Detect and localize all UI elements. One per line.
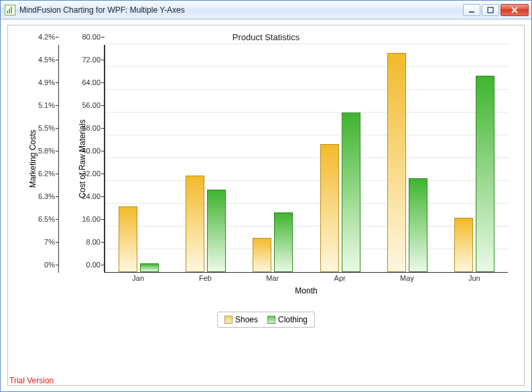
swatch-shoes-icon	[224, 316, 232, 324]
swatch-clothing-icon	[267, 316, 275, 324]
window-controls	[463, 4, 529, 16]
trial-label: Trial Version	[9, 376, 54, 385]
legend-item-clothing: Clothing	[267, 315, 308, 324]
y-secondary-tick: 0%	[44, 261, 55, 269]
y-primary-tick: 56.00	[82, 101, 101, 109]
y-secondary-tick: 7%	[44, 238, 55, 246]
y-secondary-tick: 5.1%	[38, 101, 55, 109]
x-axis-labels: JanFebMarAprMayJun	[105, 274, 508, 286]
y-primary-tick: 64.00	[82, 78, 101, 86]
y-secondary-tick: 4.5%	[38, 56, 55, 64]
x-tick-label: Jun	[468, 274, 480, 282]
chart-app-icon	[5, 5, 15, 15]
bar-clothing	[274, 212, 293, 272]
bar-clothing	[207, 190, 226, 272]
bar-clothing	[476, 76, 494, 272]
x-axis-title: Month	[105, 286, 508, 296]
svg-rect-3	[469, 11, 474, 13]
bar-shoes	[186, 176, 204, 273]
svg-rect-4	[488, 7, 493, 13]
y-axis-secondary: Marketing Costs 0%7%6.5%6.3%6.2%5.8%5.5%…	[21, 45, 59, 273]
chart-body: Marketing Costs 0%7%6.5%6.3%6.2%5.8%5.5%…	[21, 45, 511, 300]
bar-clothing	[409, 178, 427, 272]
app-window: MindFusion Charting for WPF: Multiple Y-…	[0, 0, 532, 392]
y-primary-tick: 80.00	[82, 33, 101, 41]
y-primary-tick: 0.00	[86, 261, 101, 269]
y-secondary-tick: 6.2%	[38, 170, 55, 178]
y-secondary-tick: 5.8%	[38, 147, 55, 155]
y-primary-tick: 24.00	[82, 192, 101, 200]
bar-shoes	[119, 206, 137, 272]
bar-shoes	[253, 238, 271, 272]
y-primary-tick: 40.00	[82, 147, 101, 155]
legend-item-shoes: Shoes	[224, 315, 258, 324]
svg-rect-2	[11, 7, 12, 13]
y-primary-tick: 32.00	[82, 170, 101, 178]
bar-shoes	[320, 144, 339, 272]
y-secondary-tick: 6.5%	[38, 215, 55, 223]
y-primary-tick: 8.00	[86, 238, 101, 246]
chart-panel: Product Statistics Marketing Costs 0%7%6…	[7, 25, 525, 386]
x-tick-label: Apr	[334, 274, 346, 282]
x-tick-label: Jan	[132, 274, 144, 282]
bar-clothing	[140, 263, 159, 272]
y-secondary-tick: 6.3%	[38, 192, 55, 200]
close-button[interactable]	[501, 4, 529, 16]
maximize-button[interactable]	[482, 4, 499, 16]
svg-rect-1	[9, 9, 10, 13]
legend: Shoes Clothing	[217, 312, 315, 328]
plot-area	[105, 45, 508, 273]
y-axis-primary: Cost of Raw Materials 0.008.0016.0024.00…	[59, 45, 105, 273]
bar-clothing	[342, 113, 360, 272]
y-secondary-tick: 5.5%	[38, 124, 55, 132]
y-primary-tick: 16.00	[82, 215, 101, 223]
svg-rect-0	[7, 11, 8, 13]
bar-shoes	[387, 53, 406, 272]
x-tick-label: Feb	[199, 274, 212, 282]
window-title: MindFusion Charting for WPF: Multiple Y-…	[19, 5, 463, 15]
y-primary-tick: 48.00	[82, 124, 101, 132]
y-secondary-tick: 4.2%	[38, 33, 55, 41]
bar-shoes	[454, 218, 473, 272]
y-primary-tick: 72.00	[82, 56, 101, 64]
minimize-button[interactable]	[463, 4, 480, 16]
x-tick-label: Mar	[266, 274, 279, 282]
x-tick-label: May	[400, 274, 414, 282]
y-secondary-tick: 4.9%	[38, 78, 55, 86]
titlebar[interactable]: MindFusion Charting for WPF: Multiple Y-…	[1, 1, 531, 19]
